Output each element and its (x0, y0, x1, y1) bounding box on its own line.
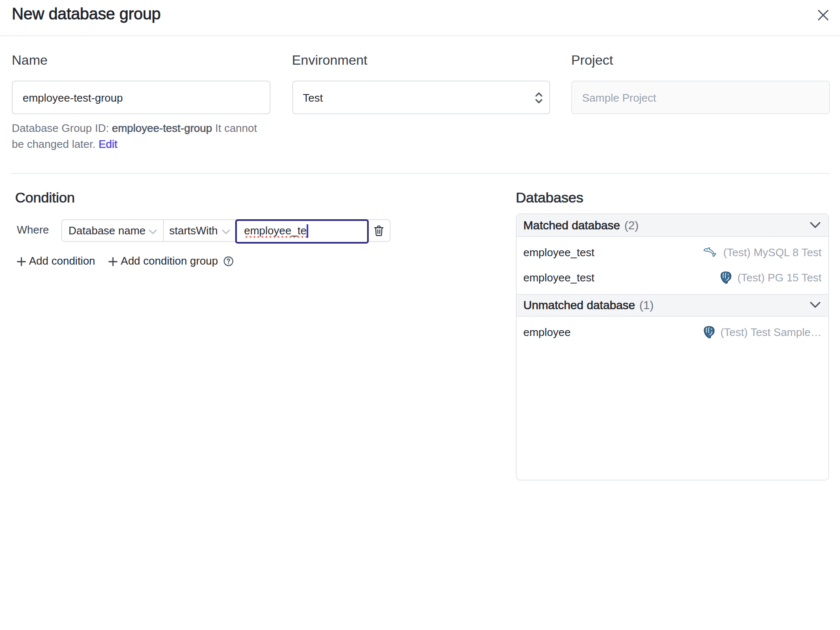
group-id-hint: Database Group ID: employee-test-group I… (12, 120, 270, 152)
database-row[interactable]: employee_test (Test) MySQL 8 Test (517, 240, 828, 265)
delete-condition-button[interactable] (367, 220, 390, 241)
condition-row: Database name startsWith employee_te (61, 219, 391, 242)
environment-label: Environment (292, 50, 550, 71)
unmatched-database-count: (1) (639, 298, 654, 312)
condition-heading: Condition (15, 188, 75, 208)
section-divider (11, 173, 830, 173)
databases-panel: Matched database (2) employee_test (Test… (516, 213, 829, 480)
unmatched-database-header[interactable]: Unmatched database (1) (517, 294, 828, 316)
close-button[interactable] (817, 9, 829, 21)
condition-operator-select[interactable]: startsWith (163, 220, 236, 241)
matched-database-rows: employee_test (Test) MySQL 8 Test employ… (517, 236, 828, 294)
environment-value: Test (303, 91, 323, 104)
add-condition-button[interactable]: Add condition (17, 255, 95, 268)
name-input[interactable] (12, 81, 270, 114)
unmatched-database-rows: employee (Test) Test Sample… (517, 316, 828, 348)
database-row[interactable]: employee (Test) Test Sample… (517, 320, 828, 345)
text-caret (307, 225, 308, 238)
database-name: employee_test (523, 246, 594, 259)
select-updown-icon (534, 91, 543, 104)
unmatched-database-title: Unmatched database (523, 298, 635, 312)
chevron-down-icon (221, 229, 230, 234)
trash-icon (373, 225, 383, 236)
add-condition-group-label: Add condition group (121, 255, 218, 268)
database-row[interactable]: employee_test (Test) PG 15 Test (517, 265, 828, 290)
matched-database-title: Matched database (523, 218, 620, 231)
database-name: employee (523, 326, 571, 339)
condition-value-text: employee_te (244, 224, 307, 239)
where-label: Where (17, 219, 49, 241)
environment-select[interactable]: Test (292, 81, 550, 114)
condition-factor-value: Database name (68, 224, 146, 237)
matched-database-count: (2) (624, 218, 638, 231)
condition-operator-value: startsWith (169, 224, 218, 237)
close-icon (817, 9, 829, 21)
chevron-down-icon (148, 229, 157, 234)
project-input (571, 81, 830, 114)
header-divider (0, 35, 840, 36)
condition-help-button[interactable] (224, 256, 234, 266)
database-instance: (Test) MySQL 8 Test (723, 246, 822, 259)
database-instance: (Test) PG 15 Test (738, 271, 822, 284)
chevron-down-icon (810, 221, 821, 228)
hint-prefix: Database Group ID: (12, 122, 109, 134)
database-instance: (Test) Test Sample… (720, 326, 822, 339)
chevron-down-icon (810, 302, 821, 308)
postgresql-icon (703, 326, 715, 339)
add-condition-group-button[interactable]: Add condition group (109, 255, 218, 268)
mysql-icon (704, 246, 718, 259)
database-name: employee_test (523, 271, 594, 284)
plus-icon (17, 257, 26, 266)
new-database-group-dialog: New database group Name Database Group I… (0, 0, 840, 630)
condition-value-input[interactable]: employee_te (235, 219, 369, 244)
edit-link[interactable]: Edit (99, 138, 118, 150)
project-label: Project (571, 50, 830, 71)
name-label: Name (12, 50, 270, 71)
databases-heading: Databases (516, 188, 583, 208)
dialog-title: New database group (12, 2, 161, 25)
matched-database-header[interactable]: Matched database (2) (517, 214, 828, 236)
condition-factor-select[interactable]: Database name (62, 220, 163, 241)
postgresql-icon (720, 271, 732, 284)
add-condition-label: Add condition (29, 255, 95, 268)
hint-group-id: employee-test-group (112, 122, 212, 134)
plus-icon (109, 257, 118, 266)
help-icon (224, 256, 234, 266)
